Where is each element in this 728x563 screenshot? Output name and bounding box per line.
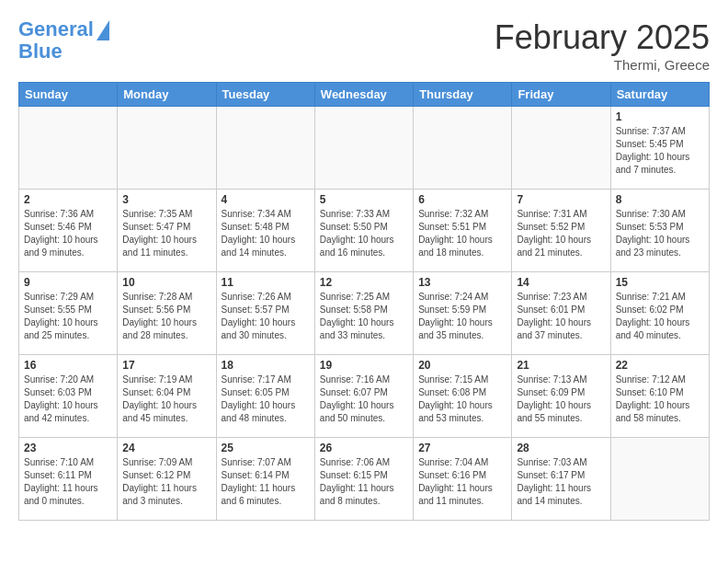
week-row-2: 2Sunrise: 7:36 AM Sunset: 5:46 PM Daylig…	[19, 190, 710, 272]
day-number: 26	[320, 442, 408, 454]
day-info: Sunrise: 7:31 AM Sunset: 5:52 PM Dayligh…	[517, 208, 605, 259]
calendar-cell: 26Sunrise: 7:06 AM Sunset: 6:15 PM Dayli…	[314, 438, 413, 521]
weekday-header-friday: Friday	[512, 83, 610, 107]
day-info: Sunrise: 7:34 AM Sunset: 5:48 PM Dayligh…	[222, 208, 310, 259]
logo-icon	[97, 20, 109, 40]
day-number: 13	[418, 276, 506, 289]
day-number: 20	[418, 359, 506, 372]
calendar-table: SundayMondayTuesdayWednesdayThursdayFrid…	[18, 82, 710, 521]
week-row-3: 9Sunrise: 7:29 AM Sunset: 5:55 PM Daylig…	[19, 272, 710, 355]
day-number: 8	[616, 193, 704, 206]
day-number: 12	[320, 276, 408, 289]
week-row-1: 1Sunrise: 7:37 AM Sunset: 5:45 PM Daylig…	[19, 107, 710, 190]
weekday-header-tuesday: Tuesday	[216, 83, 314, 107]
calendar-cell: 21Sunrise: 7:13 AM Sunset: 6:09 PM Dayli…	[512, 355, 610, 438]
day-info: Sunrise: 7:13 AM Sunset: 6:09 PM Dayligh…	[517, 373, 605, 425]
day-info: Sunrise: 7:35 AM Sunset: 5:47 PM Dayligh…	[122, 208, 210, 259]
day-number: 23	[24, 442, 112, 454]
day-number: 14	[517, 276, 605, 289]
day-info: Sunrise: 7:23 AM Sunset: 6:01 PM Dayligh…	[517, 291, 605, 342]
calendar-cell: 18Sunrise: 7:17 AM Sunset: 6:05 PM Dayli…	[216, 355, 314, 438]
calendar-cell: 12Sunrise: 7:25 AM Sunset: 5:58 PM Dayli…	[314, 272, 413, 355]
day-info: Sunrise: 7:15 AM Sunset: 6:08 PM Dayligh…	[418, 373, 506, 425]
day-number: 21	[517, 359, 605, 372]
calendar-cell: 24Sunrise: 7:09 AM Sunset: 6:12 PM Dayli…	[118, 438, 216, 521]
calendar-cell: 27Sunrise: 7:04 AM Sunset: 6:16 PM Dayli…	[414, 438, 512, 521]
day-info: Sunrise: 7:24 AM Sunset: 5:59 PM Dayligh…	[418, 291, 506, 342]
calendar-cell	[19, 107, 118, 190]
calendar-cell: 13Sunrise: 7:24 AM Sunset: 5:59 PM Dayli…	[414, 272, 512, 355]
day-number: 16	[24, 359, 112, 372]
day-info: Sunrise: 7:19 AM Sunset: 6:04 PM Dayligh…	[122, 373, 210, 425]
day-info: Sunrise: 7:10 AM Sunset: 6:11 PM Dayligh…	[24, 456, 112, 508]
day-number: 25	[222, 442, 310, 454]
day-info: Sunrise: 7:04 AM Sunset: 6:16 PM Dayligh…	[418, 456, 506, 508]
weekday-header-row: SundayMondayTuesdayWednesdayThursdayFrid…	[19, 83, 710, 107]
calendar-cell: 25Sunrise: 7:07 AM Sunset: 6:14 PM Dayli…	[216, 438, 314, 521]
weekday-header-thursday: Thursday	[414, 83, 512, 107]
day-number: 2	[24, 193, 112, 206]
location-subtitle: Thermi, Greece	[495, 57, 710, 73]
calendar-cell	[118, 107, 216, 190]
day-number: 3	[122, 193, 210, 206]
calendar-cell	[512, 107, 610, 190]
day-number: 6	[418, 193, 506, 206]
day-info: Sunrise: 7:17 AM Sunset: 6:05 PM Dayligh…	[222, 373, 310, 425]
calendar-cell: 8Sunrise: 7:30 AM Sunset: 5:53 PM Daylig…	[610, 190, 709, 272]
calendar-cell: 11Sunrise: 7:26 AM Sunset: 5:57 PM Dayli…	[216, 272, 314, 355]
day-number: 11	[222, 276, 310, 289]
day-number: 1	[616, 110, 704, 123]
calendar-cell	[216, 107, 314, 190]
calendar-cell: 5Sunrise: 7:33 AM Sunset: 5:50 PM Daylig…	[314, 190, 413, 272]
day-info: Sunrise: 7:12 AM Sunset: 6:10 PM Dayligh…	[616, 373, 704, 425]
day-number: 22	[616, 359, 704, 372]
week-row-4: 16Sunrise: 7:20 AM Sunset: 6:03 PM Dayli…	[19, 355, 710, 438]
calendar-cell: 19Sunrise: 7:16 AM Sunset: 6:07 PM Dayli…	[314, 355, 413, 438]
calendar-cell: 1Sunrise: 7:37 AM Sunset: 5:45 PM Daylig…	[610, 107, 709, 190]
day-number: 7	[517, 193, 605, 206]
day-info: Sunrise: 7:32 AM Sunset: 5:51 PM Dayligh…	[418, 208, 506, 259]
calendar-cell: 10Sunrise: 7:28 AM Sunset: 5:56 PM Dayli…	[118, 272, 216, 355]
title-area: February 2025 Thermi, Greece	[495, 18, 710, 73]
weekday-header-monday: Monday	[118, 83, 216, 107]
calendar-cell: 6Sunrise: 7:32 AM Sunset: 5:51 PM Daylig…	[414, 190, 512, 272]
calendar-cell: 15Sunrise: 7:21 AM Sunset: 6:02 PM Dayli…	[610, 272, 709, 355]
day-info: Sunrise: 7:09 AM Sunset: 6:12 PM Dayligh…	[122, 456, 210, 508]
day-number: 19	[320, 359, 408, 372]
day-info: Sunrise: 7:37 AM Sunset: 5:45 PM Dayligh…	[616, 125, 704, 177]
calendar-cell: 14Sunrise: 7:23 AM Sunset: 6:01 PM Dayli…	[512, 272, 610, 355]
day-info: Sunrise: 7:28 AM Sunset: 5:56 PM Dayligh…	[122, 291, 210, 342]
day-number: 15	[616, 276, 704, 289]
month-title: February 2025	[495, 18, 710, 57]
day-info: Sunrise: 7:36 AM Sunset: 5:46 PM Dayligh…	[24, 208, 112, 259]
day-info: Sunrise: 7:03 AM Sunset: 6:17 PM Dayligh…	[517, 456, 605, 508]
day-info: Sunrise: 7:06 AM Sunset: 6:15 PM Dayligh…	[320, 456, 408, 508]
day-info: Sunrise: 7:30 AM Sunset: 5:53 PM Dayligh…	[616, 208, 704, 259]
calendar-cell: 7Sunrise: 7:31 AM Sunset: 5:52 PM Daylig…	[512, 190, 610, 272]
day-info: Sunrise: 7:29 AM Sunset: 5:55 PM Dayligh…	[24, 291, 112, 342]
calendar-cell: 3Sunrise: 7:35 AM Sunset: 5:47 PM Daylig…	[118, 190, 216, 272]
day-number: 5	[320, 193, 408, 206]
day-number: 17	[122, 359, 210, 372]
day-info: Sunrise: 7:25 AM Sunset: 5:58 PM Dayligh…	[320, 291, 408, 342]
day-info: Sunrise: 7:20 AM Sunset: 6:03 PM Dayligh…	[24, 373, 112, 425]
calendar-cell: 9Sunrise: 7:29 AM Sunset: 5:55 PM Daylig…	[19, 272, 118, 355]
calendar-cell: 17Sunrise: 7:19 AM Sunset: 6:04 PM Dayli…	[118, 355, 216, 438]
calendar-cell: 23Sunrise: 7:10 AM Sunset: 6:11 PM Dayli…	[19, 438, 118, 521]
calendar-cell: 20Sunrise: 7:15 AM Sunset: 6:08 PM Dayli…	[414, 355, 512, 438]
page-header: General Blue February 2025 Thermi, Greec…	[18, 18, 710, 73]
day-info: Sunrise: 7:16 AM Sunset: 6:07 PM Dayligh…	[320, 373, 408, 425]
day-info: Sunrise: 7:21 AM Sunset: 6:02 PM Dayligh…	[616, 291, 704, 342]
week-row-5: 23Sunrise: 7:10 AM Sunset: 6:11 PM Dayli…	[19, 438, 710, 521]
day-info: Sunrise: 7:26 AM Sunset: 5:57 PM Dayligh…	[222, 291, 310, 342]
day-number: 9	[24, 276, 112, 289]
day-number: 24	[122, 442, 210, 454]
day-number: 28	[517, 442, 605, 454]
calendar-cell: 4Sunrise: 7:34 AM Sunset: 5:48 PM Daylig…	[216, 190, 314, 272]
calendar-cell	[314, 107, 413, 190]
day-info: Sunrise: 7:07 AM Sunset: 6:14 PM Dayligh…	[222, 456, 310, 508]
calendar-cell: 2Sunrise: 7:36 AM Sunset: 5:46 PM Daylig…	[19, 190, 118, 272]
day-number: 4	[222, 193, 310, 206]
day-info: Sunrise: 7:33 AM Sunset: 5:50 PM Dayligh…	[320, 208, 408, 259]
calendar-cell	[610, 438, 709, 521]
